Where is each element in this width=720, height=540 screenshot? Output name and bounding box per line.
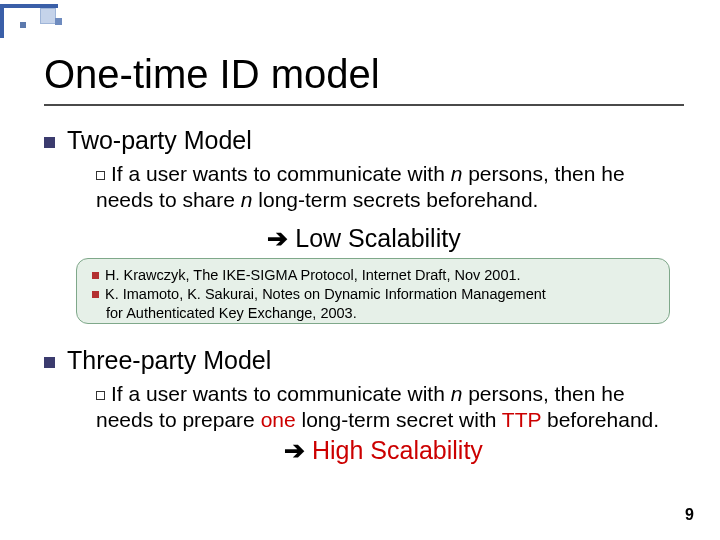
section1-heading-text: Two-party Model <box>67 126 252 154</box>
reference-2-cont: for Authenticated Key Exchange, 2003. <box>106 304 652 322</box>
bullet-hollow-box-icon <box>96 391 105 400</box>
section1-n2: n <box>241 188 253 211</box>
bullet-square-icon <box>44 357 55 368</box>
page-number: 9 <box>685 506 694 524</box>
body-section-1: Two-party Model If a user wants to commu… <box>44 120 684 261</box>
reference-2-text-b: for Authenticated Key Exchange, 2003. <box>106 305 357 321</box>
section2-prefix: If <box>111 382 123 405</box>
section1-text3: long-term secrets beforehand. <box>252 188 538 211</box>
section2-bullet: If a user wants to communicate with n pe… <box>96 381 684 434</box>
arrow-right-icon: ➔ <box>284 436 305 464</box>
section1-conclusion-text: Low Scalability <box>288 224 460 252</box>
section1-prefix: If <box>111 162 123 185</box>
section1-bullet: If a user wants to communicate with n pe… <box>96 161 684 214</box>
bullet-square-icon <box>44 137 55 148</box>
slide: One-time ID model Two-party Model If a u… <box>0 0 720 540</box>
section2-highlight1: one <box>261 408 296 431</box>
section2-conclusion-text: High Scalability <box>305 436 483 464</box>
section2-highlight2: TTP <box>502 408 541 431</box>
body-section-2: Three-party Model If a user wants to com… <box>44 340 684 465</box>
section1-conclusion: ➔ Low Scalability <box>44 224 684 253</box>
section2-n1: n <box>451 382 463 405</box>
ref-bullet-icon <box>92 272 99 279</box>
section2-conclusion: ➔ High Scalability <box>284 436 684 465</box>
bullet-hollow-box-icon <box>96 171 105 180</box>
reference-1-text: H. Krawczyk, The IKE-SIGMA Protocol, Int… <box>105 267 521 283</box>
section2-text4: beforehand. <box>541 408 659 431</box>
section2-text1: a user wants to communicate with <box>123 382 451 405</box>
references: H. Krawczyk, The IKE-SIGMA Protocol, Int… <box>92 266 652 323</box>
reference-1: H. Krawczyk, The IKE-SIGMA Protocol, Int… <box>92 266 652 284</box>
arrow-right-icon: ➔ <box>267 224 288 252</box>
section2-text3: long-term secret with <box>296 408 502 431</box>
section2-heading-text: Three-party Model <box>67 346 271 374</box>
section1-heading: Two-party Model <box>44 126 684 155</box>
title-underline <box>44 104 684 106</box>
ref-bullet-icon <box>92 291 99 298</box>
slide-title: One-time ID model <box>44 52 380 97</box>
reference-2-text-a: K. Imamoto, K. Sakurai, Notes on Dynamic… <box>105 286 546 302</box>
corner-decoration <box>0 0 120 40</box>
reference-2: K. Imamoto, K. Sakurai, Notes on Dynamic… <box>92 285 652 303</box>
section2-heading: Three-party Model <box>44 346 684 375</box>
section1-text1: a user wants to communicate with <box>123 162 451 185</box>
section1-n1: n <box>451 162 463 185</box>
